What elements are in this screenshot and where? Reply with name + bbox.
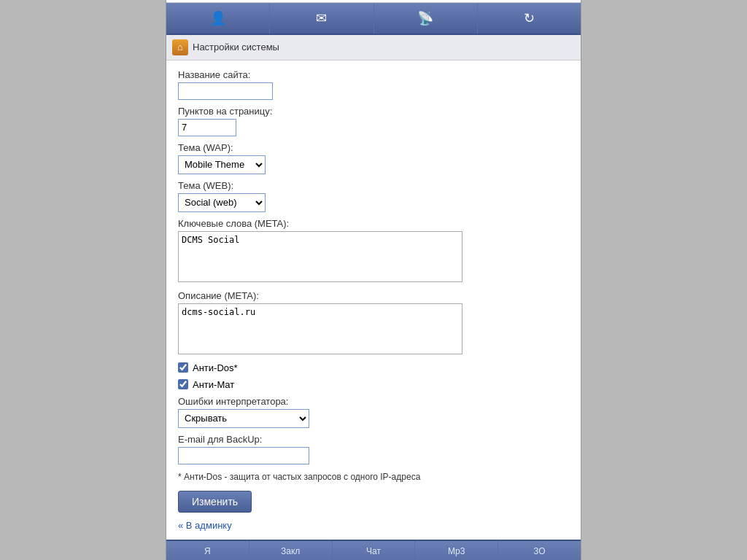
site-name-label: Название сайта: [178,69,569,80]
nav-mail[interactable]: ✉ [270,3,374,34]
email-backup-label: E-mail для BackUp: [178,434,569,445]
antidos-checkbox[interactable] [178,362,188,373]
bottom-nav-3o[interactable]: 3О [498,541,581,561]
email-backup-input[interactable] [178,447,309,464]
antimat-label: Анти-Мат [193,379,234,390]
description-textarea[interactable]: dcms-social.ru [178,303,462,354]
keywords-label: Ключевые слова (META): [178,218,569,229]
antidos-row: Анти-Dos* [178,362,569,373]
web-theme-label: Тема (WEB): [178,180,569,191]
bottom-nav-chat[interactable]: Чат [333,541,416,561]
nav-refresh[interactable]: ↻ [478,3,581,34]
bottom-nav-row1: Я Закл Чат Mp3 3О [166,541,581,561]
errors-select[interactable]: Скрывать Показывать [178,409,309,428]
nav-bar: 👤 ✉ 📡 ↻ [166,3,581,35]
items-per-page-label: Пунктов на страницу: [178,106,569,117]
nav-user[interactable]: 👤 [166,3,270,34]
bottom-nav: Я Закл Чат Mp3 3О Фор Дн-ки Фп Ф-лы Lowe… [166,540,581,561]
bottom-nav-zakl[interactable]: Закл [249,541,333,561]
antidos-label: Анти-Dos* [193,362,238,373]
back-link[interactable]: « В админку [178,520,232,531]
submit-button[interactable]: Изменить [178,491,252,513]
wap-theme-select[interactable]: Mobile Theme [178,155,266,174]
keywords-textarea[interactable]: DCMS Social [178,231,462,282]
errors-label: Ошибки интерпретатора: [178,396,569,407]
items-per-page-input[interactable] [178,119,236,136]
description-label: Описание (META): [178,290,569,301]
content-area: Название сайта: Пунктов на страницу: Тем… [166,61,581,540]
web-theme-select[interactable]: Social (web) [178,193,266,212]
breadcrumb: ⌂ Настройки системы [166,35,581,61]
nav-rss[interactable]: 📡 [374,3,478,34]
wap-theme-label: Тема (WAP): [178,142,569,153]
bottom-nav-ya[interactable]: Я [166,541,249,561]
antimat-checkbox[interactable] [178,379,188,389]
bottom-nav-mp3[interactable]: Mp3 [415,541,498,561]
breadcrumb-title: Настройки системы [193,42,279,52]
site-name-input[interactable] [178,82,273,100]
home-icon[interactable]: ⌂ [172,39,188,55]
antimat-row: Анти-Мат [178,379,569,390]
footnote-text: * Анти-Dos - защита от частых запросов с… [178,472,569,482]
